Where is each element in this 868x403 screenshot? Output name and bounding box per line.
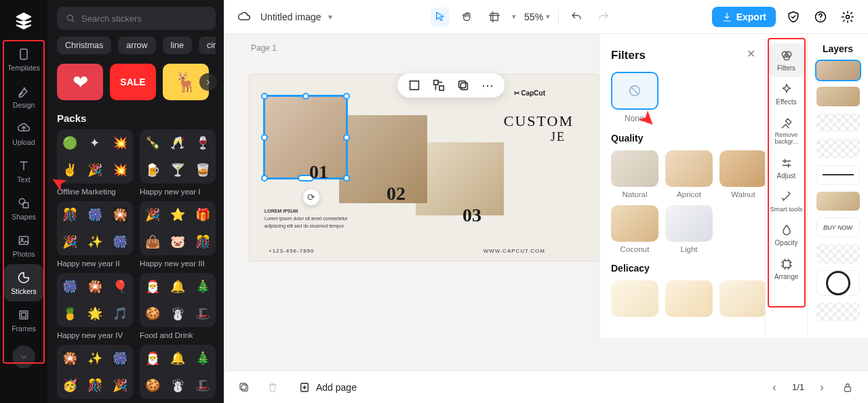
layer-5[interactable] [816,165,860,185]
settings-icon[interactable] [838,7,857,26]
featured-sale[interactable]: SALE [110,64,156,100]
svg-rect-15 [459,81,466,88]
svg-rect-0 [20,49,27,60]
pack-extra-b[interactable]: 🎅🔔🎄🍪☃️🎩 [140,345,216,399]
svg-point-7 [67,15,73,20]
search-stickers-input[interactable]: Search stickers [57,7,216,30]
layer-2[interactable] [816,87,860,106]
chip-line[interactable]: line [163,37,192,54]
layer-1[interactable] [816,61,860,80]
page-counter: 1/1 [792,382,804,392]
svg-rect-8 [491,13,498,20]
filter-none[interactable] [611,72,658,110]
nav-more-button[interactable] [12,345,35,368]
layer-6[interactable] [816,192,860,211]
pack-extra-a[interactable]: 🎇✨🎆🥳🎊🎉 [57,345,133,399]
canvas-headline-1: CUSTOM [504,112,574,130]
nav-photos[interactable]: Photos [4,227,43,264]
undo-button[interactable] [567,7,586,26]
hand-tool[interactable] [458,7,477,26]
pack-offline-marketing[interactable]: 🟢✦💥✌️🎉💥 Offline Marketing [57,129,133,196]
pack-hny-2[interactable]: 🎊🎆🎇🎉✨🎆 Happy new year II [57,201,133,268]
zoom-chevron-icon[interactable]: ▾ [546,12,550,21]
cloud-sync-icon[interactable] [235,7,254,26]
svg-rect-22 [240,383,246,389]
pack-hny-1[interactable]: 🍾🥂🍷🍺🍸🥃 Happy new year I [140,129,216,196]
filter-apricot[interactable]: Apricot [665,150,713,198]
tool-smart[interactable]: Smart tools [768,185,805,218]
filter-walnut[interactable]: Walnut [719,150,765,198]
featured-heart[interactable]: ❤ [57,64,103,100]
svg-rect-24 [845,387,851,391]
redo-button[interactable] [594,7,613,26]
tool-arrange[interactable]: Arrange [768,252,805,286]
nav-templates[interactable]: Templates [4,41,43,78]
selection-duplicate-icon[interactable] [456,78,471,93]
chip-arrow[interactable]: arrow [118,37,155,54]
nav-text[interactable]: Text [4,152,43,190]
canvas-image-3[interactable] [416,142,504,215]
featured-next-button[interactable]: › [199,73,217,91]
topbar: Untitled image ▾ ▾ 55% ▾ [224,0,868,34]
filter-light[interactable]: Light [665,205,713,253]
export-button[interactable]: Export [712,7,776,27]
selection-crop-icon[interactable] [407,78,422,93]
filter-delicacy-1[interactable] [611,280,658,317]
duplicate-page-icon[interactable] [236,379,252,396]
pack-food-drink[interactable]: 🎅🔔🎄🍪☃️🎩 Food and Drink [140,273,216,339]
shield-icon[interactable] [784,7,803,26]
main-area: Untitled image ▾ ▾ 55% ▾ [224,0,868,403]
right-tool-rail: Filters Effects Remove backgr... Adjust [765,34,807,338]
svg-point-1 [19,198,24,204]
nav-stickers[interactable]: Stickers [4,264,43,301]
packs-list: 🟢✦💥✌️🎉💥 Offline Marketing 🍾🥂🍷🍺🍸🥃 Happy n… [57,129,216,399]
nav-shapes[interactable]: Shapes [4,190,43,227]
document-title[interactable]: Untitled image [260,12,321,22]
chip-circle[interactable]: circle [199,37,216,54]
crop-chevron-icon[interactable]: ▾ [512,12,516,21]
rotate-handle[interactable]: ⟳ [302,188,320,206]
delete-page-icon[interactable] [264,379,281,396]
canvas-image-1-selected[interactable] [263,95,348,179]
nav-frames[interactable]: Frames [4,301,43,339]
close-filters-button[interactable]: ✕ [747,47,755,60]
lock-icon[interactable] [840,379,856,396]
filters-section-delicacy: Delicacy [611,263,754,274]
crop-tool[interactable] [485,7,504,26]
layer-9[interactable] [816,270,860,296]
pointer-tool[interactable] [431,7,450,26]
packs-heading: Packs [57,112,216,124]
layer-3[interactable] [816,113,860,132]
tool-remove-bg[interactable]: Remove backgr... [768,111,805,151]
tool-adjust[interactable]: Adjust [768,151,805,185]
next-page-button[interactable]: › [814,379,830,396]
tool-effects[interactable]: Effects [768,77,805,111]
pack-hny-4[interactable]: 🎆🎇🎈🍍🌟🎵 Happy new year IV [57,273,133,339]
prev-page-button[interactable]: ‹ [766,379,783,396]
tool-opacity[interactable]: Opacity [768,218,805,252]
canvas-viewport[interactable]: Page 1 ✂ CapCut CUSTOM JE [224,34,868,370]
layer-7[interactable]: BUY NOW [816,217,860,237]
chip-christmas[interactable]: Christmas [57,37,111,54]
layer-10[interactable] [816,303,860,322]
selection-replace-icon[interactable] [431,78,446,93]
filter-delicacy-3[interactable] [719,280,765,317]
layer-4[interactable] [816,139,860,158]
canvas-caption: LOREM IPSUM Lorem ipsum dolor sit amet c… [264,207,366,230]
design-canvas[interactable]: ✂ CapCut CUSTOM JE 01 [250,75,598,261]
zoom-level[interactable]: 55% ▾ [524,12,550,22]
filter-coconut[interactable]: Coconut [611,205,658,253]
layer-8[interactable] [816,244,860,263]
help-icon[interactable] [811,7,830,26]
pack-hny-3[interactable]: 🎉⭐🎁👜🐷🎊 Happy new year III [140,201,216,268]
filters-panel: Filters ✕ None Quality Natural Apricot W… [599,34,765,338]
filter-delicacy-2[interactable] [665,280,713,317]
tool-filters[interactable]: Filters [768,43,805,77]
selection-more-icon[interactable]: ⋯ [480,78,495,93]
filter-natural[interactable]: Natural [611,150,658,198]
nav-upload[interactable]: Upload [4,115,43,152]
title-chevron-icon[interactable]: ▾ [328,12,332,22]
canvas-image-2[interactable] [339,115,427,203]
add-page-button[interactable]: Add page [298,381,357,394]
nav-design[interactable]: Design [4,78,43,115]
